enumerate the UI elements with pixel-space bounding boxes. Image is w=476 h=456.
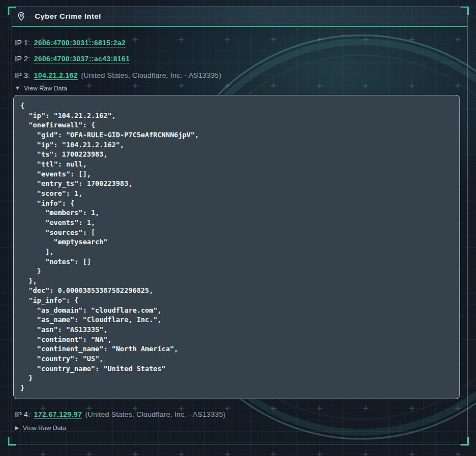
view-raw-data-toggle-expanded[interactable]: ▼ View Raw Data	[12, 84, 467, 92]
ip-1-label: IP 1:	[15, 39, 30, 47]
ip-2-label: IP 2:	[15, 55, 30, 63]
ip-3-label: IP 3:	[15, 71, 30, 79]
ip-1-link[interactable]: 2606:4700:3031::6815:2a2	[34, 39, 126, 47]
raw-json-data-box[interactable]: { "ip": "104.21.2.162", "onefirewall": {…	[13, 95, 460, 399]
ip-3-meta: (United States, Cloudflare, Inc. - AS133…	[81, 71, 221, 79]
ip-3-link[interactable]: 104.21.2.162	[34, 71, 78, 79]
ip-row-1: IP 1:2606:4700:3031::6815:2a2	[12, 39, 467, 47]
view-raw-data-label: View Raw Data	[23, 424, 66, 432]
ip-row-2: IP 2:2606:4700:3037::ac43:8161	[12, 55, 467, 63]
view-raw-data-toggle-collapsed[interactable]: ▶ View Raw Data	[12, 424, 467, 432]
panel-header: Cyber Crime Intel	[12, 7, 467, 27]
ip-row-4: IP 4:172.67.129.97(United States, Cloudf…	[12, 410, 467, 419]
location-pin-icon	[17, 12, 25, 22]
ip-2-link[interactable]: 2606:4700:3037::ac43:8161	[34, 55, 130, 63]
triangle-down-icon: ▼	[15, 84, 20, 92]
intel-panel: Cyber Crime Intel IP 1:2606:4700:3031::6…	[12, 6, 468, 444]
panel-content: IP 1:2606:4700:3031::6815:2a2 IP 2:2606:…	[12, 39, 467, 432]
panel-title: Cyber Crime Intel	[35, 12, 101, 20]
triangle-right-icon: ▶	[15, 424, 19, 432]
cyber-crime-intel-screen: Cyber Crime Intel IP 1:2606:4700:3031::6…	[0, 0, 476, 456]
ip-4-link[interactable]: 172.67.129.97	[34, 410, 82, 419]
ip-4-label: IP 4:	[15, 410, 30, 419]
ip-4-meta: (United States, Cloudflare, Inc. - AS133…	[85, 410, 226, 419]
ip-row-3: IP 3:104.21.2.162(United States, Cloudfl…	[12, 71, 467, 80]
view-raw-data-label: View Raw Data	[24, 84, 67, 92]
